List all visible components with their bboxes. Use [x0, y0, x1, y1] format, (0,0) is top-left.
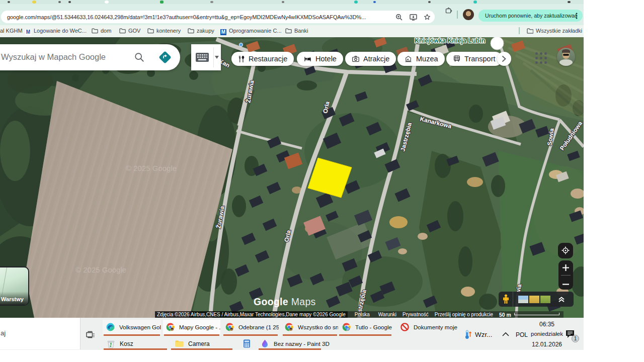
svg-text:© 2025 Google: © 2025 Google: [126, 164, 177, 172]
svg-text:@: @: [346, 327, 349, 330]
svg-text:© 2025 Google: © 2025 Google: [75, 265, 126, 274]
svg-text:Kniejówka Knieja Lubin: Kniejówka Knieja Lubin: [415, 37, 485, 44]
